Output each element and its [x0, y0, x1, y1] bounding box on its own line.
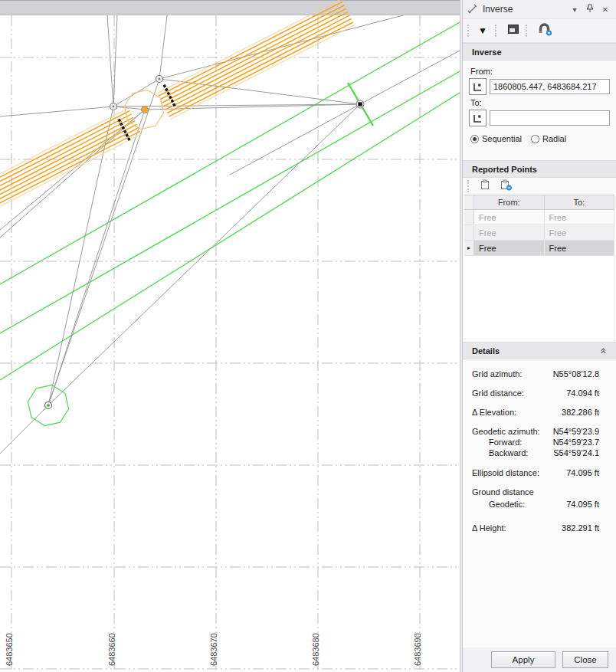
detail-label: Geodetic:	[472, 499, 525, 510]
reported-points-header: Reported Points	[463, 160, 616, 178]
inverse-section-header: Inverse	[463, 43, 616, 61]
detail-value: S54°59'24.1	[553, 447, 599, 458]
detail-value: N54°59'23.7	[553, 437, 599, 447]
options-dropdown-icon[interactable]: ▼	[475, 25, 493, 36]
map-view[interactable]: 6483650 6483660 6483670 6483680 6483690	[0, 0, 460, 672]
inverse-measure-icon	[467, 4, 478, 15]
axis-label: 6483680	[311, 633, 320, 666]
column-to[interactable]: To:	[545, 195, 615, 209]
from-label: From:	[470, 67, 610, 76]
detail-label: Ground distance	[472, 487, 534, 497]
from-point-picker-button[interactable]	[469, 78, 487, 95]
snap-magnet-icon[interactable]	[538, 23, 553, 39]
survey-point-orange	[142, 107, 149, 113]
inverse-panel: Inverse ▾ ✕ ▼ Inverse From:	[463, 0, 616, 672]
apply-button[interactable]: Apply	[491, 651, 555, 668]
table-row[interactable]: Free Free	[464, 210, 614, 225]
x-axis-labels: 6483650 6483660 6483670 6483680 6483690	[5, 633, 422, 666]
panel-titlebar: Inverse ▾ ✕	[463, 0, 616, 19]
toolbar-grip	[526, 25, 529, 37]
column-from[interactable]: From:	[474, 195, 545, 209]
detail-label: Grid distance:	[472, 388, 524, 398]
radio-circle	[531, 135, 539, 143]
corridor-lines	[0, 22, 460, 380]
table-row-selected[interactable]: ▸ Free Free	[464, 241, 614, 256]
detail-label: Forward:	[472, 437, 522, 447]
table-header-row: From: To:	[464, 195, 614, 210]
current-row-marker-icon: ▸	[467, 245, 470, 251]
radio-circle	[470, 135, 479, 143]
detail-value: 74.094 ft	[566, 388, 599, 398]
detail-label: Δ Elevation:	[472, 407, 516, 418]
pin-icon[interactable]	[584, 4, 596, 15]
close-button[interactable]: Close	[562, 651, 608, 668]
axis-label: 6483660	[107, 633, 116, 666]
detail-label: Grid azimuth:	[472, 369, 522, 379]
detail-value: N55°08'12.8	[553, 369, 599, 379]
detail-label: Ellipsoid distance:	[472, 467, 539, 478]
reported-points-toolbar	[463, 178, 616, 195]
table-row[interactable]: Free Free	[464, 225, 614, 241]
close-icon[interactable]: ✕	[599, 5, 611, 14]
axis-label: 6483650	[5, 633, 14, 666]
map-topbar	[0, 0, 460, 15]
details-section-header[interactable]: Details	[463, 342, 616, 359]
copy-table-icon[interactable]	[480, 179, 490, 193]
panel-toolbar: ▼	[463, 19, 616, 43]
select-window-icon[interactable]	[507, 24, 519, 38]
detail-label: Δ Height:	[472, 523, 506, 533]
to-label: To:	[470, 98, 610, 107]
from-input[interactable]	[490, 79, 610, 94]
clear-table-icon[interactable]	[500, 179, 513, 194]
detail-label: Geodetic azimuth:	[472, 426, 540, 437]
details-body: Grid azimuth:N55°08'12.8 Grid distance:7…	[463, 359, 616, 647]
panel-title: Inverse	[483, 4, 565, 15]
detail-value: 382.291 ft	[562, 523, 599, 533]
panel-button-bar: Apply Close	[463, 647, 616, 672]
reported-points-table[interactable]: From: To: Free Free Free Free ▸ Free Fre…	[464, 195, 614, 256]
axis-label: 6483690	[413, 633, 422, 666]
detail-value: 74.095 ft	[566, 499, 599, 510]
inverse-form: From: To: Sequential Radial	[463, 61, 616, 148]
radio-radial[interactable]: Radial	[531, 134, 566, 143]
detail-value: 382.286 ft	[562, 407, 599, 418]
collapse-icon[interactable]	[600, 347, 607, 354]
to-point-picker-button[interactable]	[469, 110, 487, 126]
alignment-band	[0, 0, 355, 214]
survey-points[interactable]	[45, 76, 365, 409]
detail-label: Backward:	[472, 447, 528, 458]
axis-label: 6483670	[209, 633, 218, 666]
toolbar-grip	[495, 25, 499, 37]
detail-value: 74.095 ft	[566, 467, 599, 478]
toolbar-grip	[467, 180, 471, 192]
radio-sequential[interactable]: Sequential	[470, 134, 522, 143]
detail-value: N54°59'23.9	[553, 426, 599, 437]
to-input[interactable]	[490, 110, 610, 126]
toolbar-grip	[467, 25, 471, 37]
chevron-down-icon[interactable]: ▾	[568, 5, 581, 14]
